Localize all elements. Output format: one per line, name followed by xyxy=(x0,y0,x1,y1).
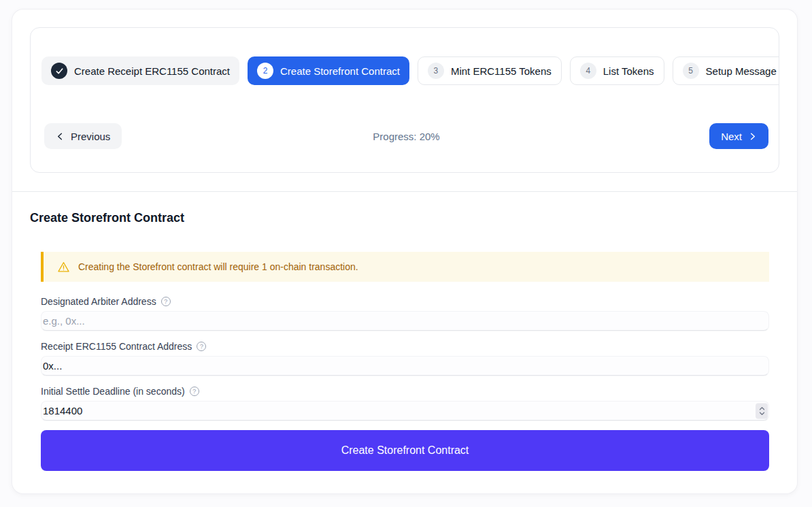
question-icon[interactable]: ? xyxy=(161,297,171,306)
previous-button[interactable]: Previous xyxy=(44,123,122,149)
step-label: Create Storefront Contract xyxy=(280,65,400,77)
step-mint-erc1155-tokens[interactable]: 3 Mint ERC1155 Tokens xyxy=(418,56,562,85)
check-icon xyxy=(55,67,64,76)
next-button[interactable]: Next xyxy=(709,123,768,149)
field-group-arbiter-address: Designated Arbiter Address ? xyxy=(41,295,769,331)
step-number: 4 xyxy=(580,63,596,79)
progress-text: Progress: 20% xyxy=(44,131,768,142)
step-number: 3 xyxy=(428,63,444,79)
storefront-form: Designated Arbiter Address ? Receipt ERC… xyxy=(41,282,769,471)
chevron-left-icon xyxy=(56,132,65,141)
field-label: Designated Arbiter Address ? xyxy=(41,295,769,308)
number-stepper[interactable] xyxy=(756,403,768,419)
create-storefront-contract-button[interactable]: Create Storefront Contract xyxy=(41,430,769,471)
field-label: Initial Settle Deadline (in seconds) ? xyxy=(41,385,769,397)
settle-deadline-input[interactable] xyxy=(41,401,769,421)
field-group-settle-deadline: Initial Settle Deadline (in seconds) ? xyxy=(41,385,769,421)
step-number: 2 xyxy=(257,63,273,79)
settle-deadline-label: Initial Settle Deadline (in seconds) xyxy=(41,386,185,397)
wizard-stepper-panel: Create Receipt ERC1155 Contract 2 Create… xyxy=(30,27,779,173)
question-icon[interactable]: ? xyxy=(190,387,199,396)
step-list-tokens[interactable]: 4 List Tokens xyxy=(570,56,664,85)
receipt-contract-address-input[interactable] xyxy=(41,356,769,376)
arbiter-address-label: Designated Arbiter Address xyxy=(41,296,156,307)
step-number: 5 xyxy=(683,63,699,79)
step-create-receipt-contract[interactable]: Create Receipt ERC1155 Contract xyxy=(41,56,239,85)
chevron-right-icon xyxy=(748,132,757,141)
page-title: Create Storefront Contract xyxy=(30,210,184,226)
chevron-up-icon[interactable] xyxy=(759,406,765,410)
warning-text: Creating the Storefront contract will re… xyxy=(78,261,358,272)
question-icon[interactable]: ? xyxy=(197,342,206,351)
step-label: Create Receipt ERC1155 Contract xyxy=(74,65,230,77)
chevron-down-icon[interactable] xyxy=(759,411,765,415)
main-card: Create Receipt ERC1155 Contract 2 Create… xyxy=(12,10,797,493)
warning-banner: Creating the Storefront contract will re… xyxy=(41,252,769,282)
stepper-controls: Previous Progress: 20% Next xyxy=(44,123,768,149)
next-button-label: Next xyxy=(721,131,742,142)
step-label: Setup Message xyxy=(706,65,777,77)
warning-icon xyxy=(57,261,70,274)
step-label: Mint ERC1155 Tokens xyxy=(451,65,552,77)
step-label: List Tokens xyxy=(603,65,654,77)
step-list: Create Receipt ERC1155 Contract 2 Create… xyxy=(41,56,779,85)
previous-button-label: Previous xyxy=(71,131,110,142)
step-setup-message[interactable]: 5 Setup Message xyxy=(673,56,779,85)
receipt-contract-address-label: Receipt ERC1155 Contract Address xyxy=(41,341,192,352)
arbiter-address-input[interactable] xyxy=(41,311,769,331)
step-create-storefront-contract[interactable]: 2 Create Storefront Contract xyxy=(248,56,409,85)
field-label: Receipt ERC1155 Contract Address ? xyxy=(41,340,769,353)
section-divider xyxy=(12,191,797,192)
field-group-receipt-contract-address: Receipt ERC1155 Contract Address ? xyxy=(41,340,769,376)
step-completed-indicator xyxy=(51,63,67,79)
